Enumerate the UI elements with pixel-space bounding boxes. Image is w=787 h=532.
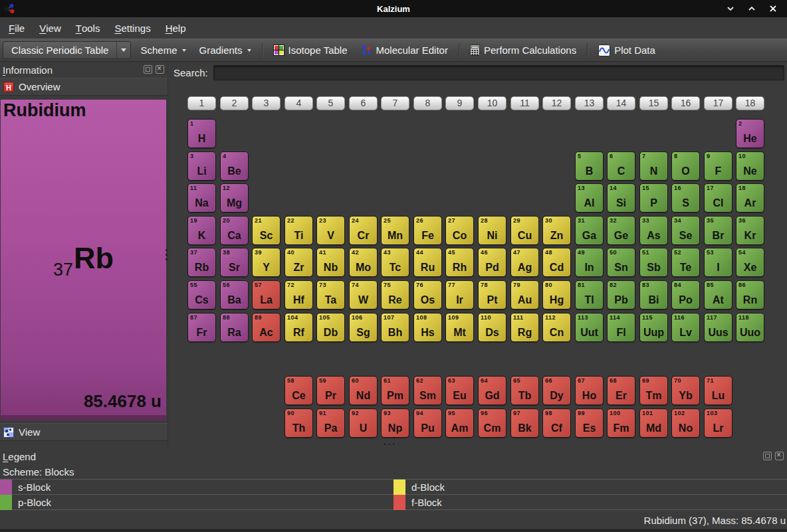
element-Ho[interactable]: 67Ho	[575, 376, 604, 405]
group-header-9[interactable]: 9	[445, 96, 474, 110]
element-Sg[interactable]: 106Sg	[349, 313, 378, 342]
element-Rh[interactable]: 45Rh	[445, 248, 474, 277]
element-Sc[interactable]: 21Sc	[252, 216, 281, 245]
group-header-17[interactable]: 17	[704, 96, 732, 110]
element-H[interactable]: 1H	[187, 119, 216, 148]
group-header-12[interactable]: 12	[542, 96, 571, 110]
element-Sb[interactable]: 51Sb	[639, 248, 668, 277]
element-La[interactable]: 57La	[252, 280, 281, 310]
element-Mn[interactable]: 25Mn	[381, 216, 409, 245]
element-S[interactable]: 16S	[671, 183, 700, 213]
element-Ta[interactable]: 73Ta	[316, 280, 345, 310]
overview-tab[interactable]: H Overview	[0, 78, 168, 96]
gradients-button[interactable]: Gradients	[195, 41, 255, 60]
group-header-15[interactable]: 15	[639, 96, 668, 110]
element-Tc[interactable]: 43Tc	[381, 248, 409, 277]
element-Te[interactable]: 52Te	[671, 248, 700, 277]
element-Hs[interactable]: 108Hs	[413, 313, 442, 342]
element-In[interactable]: 49In	[575, 248, 604, 277]
element-Pr[interactable]: 59Pr	[316, 376, 345, 405]
element-Mo[interactable]: 42Mo	[349, 248, 378, 277]
element-Fe[interactable]: 26Fe	[413, 216, 442, 245]
sidebar-splitter-handle[interactable]	[164, 245, 169, 264]
element-U[interactable]: 92U	[349, 408, 378, 438]
group-header-18[interactable]: 18	[736, 96, 764, 110]
element-Be[interactable]: 4Be	[220, 151, 249, 181]
element-Mt[interactable]: 109Mt	[445, 313, 474, 342]
molecular-editor-button[interactable]: Molecular Editor	[357, 41, 452, 60]
element-Lu[interactable]: 71Lu	[704, 376, 732, 405]
element-Ac[interactable]: 89Ac	[252, 313, 281, 342]
element-Ds[interactable]: 110Ds	[478, 313, 506, 342]
maximize-button[interactable]	[746, 3, 758, 14]
element-Cu[interactable]: 29Cu	[510, 216, 539, 245]
element-Ca[interactable]: 20Ca	[220, 216, 249, 245]
element-Rg[interactable]: 111Rg	[510, 313, 539, 342]
menu-settings[interactable]: Settings	[107, 17, 158, 39]
dock-close-icon[interactable]	[775, 452, 784, 460]
element-Ti[interactable]: 22Ti	[284, 216, 313, 245]
group-header-14[interactable]: 14	[607, 96, 635, 110]
element-Fm[interactable]: 100Fm	[607, 408, 635, 438]
element-As[interactable]: 33As	[639, 216, 668, 245]
element-Rb[interactable]: 37Rb	[187, 248, 216, 277]
element-W[interactable]: 74W	[349, 280, 378, 310]
element-At[interactable]: 85At	[704, 280, 732, 310]
element-Na[interactable]: 11Na	[187, 183, 216, 213]
chevron-down-icon[interactable]	[116, 42, 130, 58]
element-Sm[interactable]: 62Sm	[413, 376, 442, 405]
menu-view[interactable]: View	[32, 17, 68, 39]
element-Po[interactable]: 84Po	[671, 280, 700, 310]
element-Tm[interactable]: 69Tm	[639, 376, 668, 405]
element-Cm[interactable]: 96Cm	[478, 408, 506, 438]
element-Si[interactable]: 14Si	[607, 183, 635, 213]
element-Bh[interactable]: 107Bh	[381, 313, 409, 342]
dock-close-icon[interactable]	[156, 65, 164, 74]
group-header-11[interactable]: 11	[510, 96, 539, 110]
element-Th[interactable]: 90Th	[284, 408, 313, 438]
element-Sr[interactable]: 38Sr	[220, 248, 249, 277]
element-N[interactable]: 7N	[639, 151, 668, 181]
element-P[interactable]: 15P	[639, 183, 668, 213]
element-Ar[interactable]: 18Ar	[736, 183, 764, 213]
element-F[interactable]: 9F	[704, 151, 732, 181]
group-header-8[interactable]: 8	[413, 96, 442, 110]
element-Ne[interactable]: 10Ne	[736, 151, 764, 181]
element-Gd[interactable]: 64Gd	[478, 376, 506, 405]
menu-help[interactable]: Help	[158, 17, 193, 39]
search-input[interactable]	[213, 65, 784, 80]
element-Dy[interactable]: 66Dy	[542, 376, 571, 405]
element-Ce[interactable]: 58Ce	[284, 376, 313, 405]
element-Cn[interactable]: 112Cn	[542, 313, 571, 342]
element-Cs[interactable]: 55Cs	[187, 280, 216, 310]
element-Ge[interactable]: 32Ge	[607, 216, 635, 245]
element-Fl[interactable]: 114Fl	[607, 313, 635, 342]
element-Db[interactable]: 105Db	[316, 313, 345, 342]
element-Ga[interactable]: 31Ga	[575, 216, 604, 245]
element-B[interactable]: 5B	[575, 151, 604, 181]
element-Uup[interactable]: 115Uup	[639, 313, 668, 342]
element-Li[interactable]: 3Li	[187, 151, 216, 181]
element-Lv[interactable]: 116Lv	[671, 313, 700, 342]
element-Eu[interactable]: 63Eu	[445, 376, 474, 405]
element-Tl[interactable]: 81Tl	[575, 280, 604, 310]
element-Al[interactable]: 13Al	[575, 183, 604, 213]
element-Tb[interactable]: 65Tb	[510, 376, 539, 405]
minimize-button[interactable]	[725, 3, 736, 14]
menu-tools[interactable]: Tools	[68, 17, 108, 39]
group-header-6[interactable]: 6	[349, 96, 378, 110]
group-header-10[interactable]: 10	[478, 96, 506, 110]
dock-float-icon[interactable]	[763, 452, 772, 460]
element-Mg[interactable]: 12Mg	[220, 183, 249, 213]
element-He[interactable]: 2He	[736, 119, 764, 148]
group-header-4[interactable]: 4	[284, 96, 313, 110]
element-Ba[interactable]: 56Ba	[220, 280, 249, 310]
element-Bi[interactable]: 83Bi	[639, 280, 668, 310]
group-header-1[interactable]: 1	[187, 96, 216, 110]
element-Ni[interactable]: 28Ni	[478, 216, 506, 245]
element-Se[interactable]: 34Se	[671, 216, 700, 245]
element-Hg[interactable]: 80Hg	[542, 280, 571, 310]
element-Os[interactable]: 76Os	[413, 280, 442, 310]
element-Re[interactable]: 75Re	[381, 280, 409, 310]
element-Uus[interactable]: 117Uus	[704, 313, 732, 342]
